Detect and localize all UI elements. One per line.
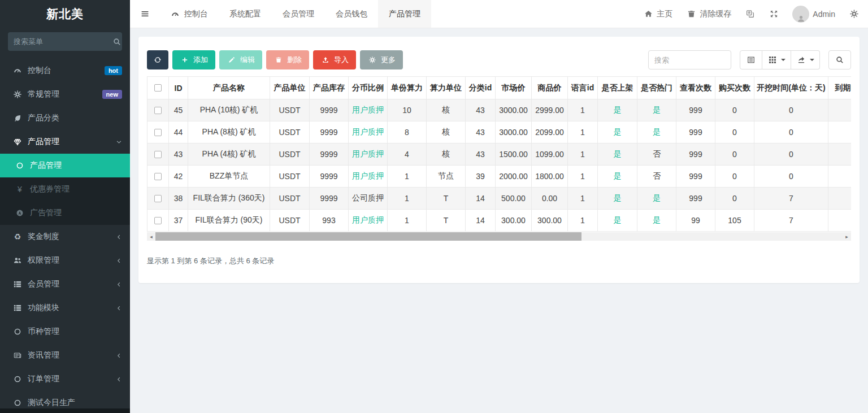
toolbar-buttons: 添加编辑删除导入更多 [147,50,407,69]
row-checkbox[interactable] [154,107,162,114]
column-id[interactable]: ID [169,77,188,99]
settings-button[interactable] [849,10,859,18]
tab-console[interactable]: 控制台 [159,0,219,28]
cell-power-unit: 核 [427,121,466,144]
cell-unit-power: 4 [388,144,427,166]
select-all-header[interactable] [147,77,169,99]
row-select-cell [147,99,169,121]
button-label: 添加 [193,55,208,65]
cell-coin-ratio[interactable]: 公司质押 [349,188,388,210]
table-scroll-area: ID产品名称产品单位产品库存分币比例单份算力算力单位分类id市场价商品价语言id… [147,76,851,232]
column-purchases[interactable]: 购买次数 [715,77,754,99]
export-button[interactable] [791,50,820,69]
cell-category-id: 14 [466,210,496,232]
row-checkbox[interactable] [154,195,162,202]
sidebar-item-product-category[interactable]: 产品分类 [0,106,130,130]
table-search-input[interactable] [648,50,731,69]
column-on-sale[interactable]: 是否上架 [598,77,637,99]
column-stock[interactable]: 产品库存 [310,77,349,99]
columns-button[interactable] [762,50,791,69]
sidebar-item-news-manage[interactable]: 资讯管理 [0,344,130,367]
column-unit[interactable]: 产品单位 [270,77,310,99]
row-checkbox[interactable] [154,217,162,224]
column-name[interactable]: 产品名称 [188,77,270,99]
column-unit-power[interactable]: 单份算力 [388,77,427,99]
delete-button[interactable]: 删除 [266,50,309,69]
row-select-cell [147,188,169,210]
cell-category-id: 43 [466,121,496,144]
select-all-checkbox[interactable] [154,84,162,92]
row-checkbox[interactable] [154,151,162,158]
edit-button[interactable]: 编辑 [219,50,262,69]
scroll-right-arrow[interactable]: ▸ [843,232,851,241]
column-power-unit[interactable]: 算力单位 [427,77,466,99]
sidebar-item-coupon-manage[interactable]: ¥优惠券管理 [0,177,130,201]
cell-on-sale: 是 [598,210,637,232]
home-button[interactable]: 主页 [643,9,672,19]
cell-mining-days: 0 [754,144,828,166]
import-button[interactable]: 导入 [313,50,356,69]
cell-coin-ratio[interactable]: 用户质押 [349,166,388,188]
user-menu[interactable]: Admin [792,6,835,23]
tab-member-manage[interactable]: 会员管理 [272,0,325,28]
cell-views: 999 [676,144,715,166]
column-lang-id[interactable]: 语言id [568,77,598,99]
sidebar-item-currency-manage[interactable]: 币种管理 [0,320,130,344]
sidebar-search-input[interactable] [14,37,113,46]
column-expire-time[interactable]: 到期时间 [828,77,852,99]
cell-name: PHA (10核) 矿机 [188,99,270,121]
export-icon [796,56,806,64]
more-button[interactable]: 更多 [360,50,403,69]
cell-coin-ratio[interactable]: 用户质押 [349,144,388,166]
table-search-button[interactable] [828,50,851,69]
column-mining-days[interactable]: 开挖时间(单位：天) [754,77,828,99]
tab-member-wallet[interactable]: 会员钱包 [325,0,378,28]
fullscreen-button[interactable] [769,10,779,18]
add-button[interactable]: 添加 [172,50,215,69]
sidebar-item-permission-manage[interactable]: 权限管理 [0,249,130,272]
language-button[interactable] [745,10,755,18]
cell-coin-ratio[interactable]: 用户质押 [349,121,388,144]
sidebar-item-label: 优惠券管理 [30,184,70,194]
hamburger-button[interactable] [130,0,159,28]
sidebar-item-product-manage-sub[interactable]: 产品管理 [0,154,130,177]
cell-lang-id: 1 [568,210,598,232]
refresh-button[interactable] [147,50,168,69]
column-is-hot[interactable]: 是否热门 [637,77,676,99]
cell-category-id: 43 [466,99,496,121]
sidebar-item-ad-manage[interactable]: 广告管理 [0,201,130,225]
column-coin-ratio[interactable]: 分币比例 [349,77,388,99]
column-product-price[interactable]: 商品价 [532,77,568,99]
sidebar-item-order-manage[interactable]: 订单管理 [0,367,130,391]
cell-on-sale: 是 [598,166,637,188]
sidebar-item-member-manage[interactable]: 会员管理 [0,272,130,296]
column-market-price[interactable]: 市场价 [496,77,532,99]
sidebar-item-bonus-system[interactable]: ♻奖金制度 [0,225,130,249]
column-category-id[interactable]: 分类id [466,77,496,99]
cell-coin-ratio[interactable]: 用户质押 [349,210,388,232]
cell-expire-time [828,188,852,210]
sidebar-item-console[interactable]: 控制台hot [0,59,130,82]
person-icon [796,14,806,23]
cell-product-price: 2999.00 [532,99,568,121]
topbar-right: 主页 清除缓存 Admin [643,0,868,28]
sidebar-item-function-module[interactable]: 功能模块 [0,296,130,320]
column-views[interactable]: 查看次数 [676,77,715,99]
tab-product-manage[interactable]: 产品管理 [378,0,431,28]
sidebar-item-general-manage[interactable]: 常规管理new [0,82,130,106]
cell-lang-id: 1 [568,121,598,144]
sidebar-item-label: 奖金制度 [28,232,59,242]
cell-coin-ratio[interactable]: 用户质押 [349,99,388,121]
search-icon [113,38,121,46]
sidebar-item-label: 产品分类 [28,113,59,123]
tab-system-config[interactable]: 系统配置 [219,0,272,28]
scrollbar-thumb[interactable] [155,232,581,241]
scroll-left-arrow[interactable]: ◂ [147,232,155,241]
sidebar-item-product-manage[interactable]: 产品管理 [0,130,130,154]
row-checkbox[interactable] [154,129,162,136]
detail-view-button[interactable] [740,50,762,69]
scrollbar-track[interactable] [155,232,843,241]
row-checkbox[interactable] [154,173,162,180]
tab-label: 会员钱包 [336,9,367,19]
clear-cache-button[interactable]: 清除缓存 [686,9,731,19]
